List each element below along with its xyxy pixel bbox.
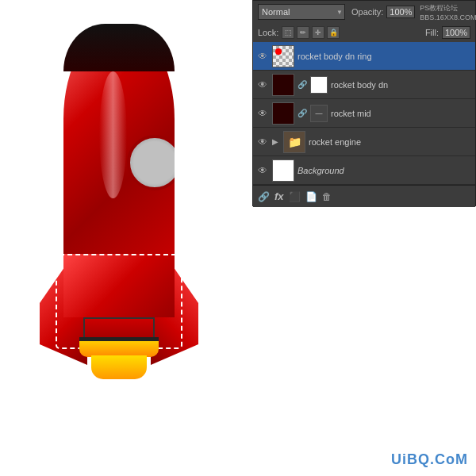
link-icon-1: 🔗 bbox=[298, 80, 307, 89]
link-layers-icon[interactable]: 🔗 bbox=[258, 191, 270, 202]
new-layer-icon[interactable]: 📄 bbox=[305, 191, 317, 202]
visibility-icon-1[interactable]: 👁 bbox=[256, 79, 269, 91]
rocket-window bbox=[127, 135, 175, 190]
lock-image-btn[interactable]: ✏ bbox=[297, 26, 309, 39]
visibility-icon-2[interactable]: 👁 bbox=[256, 107, 269, 120]
fill-label: Fill: bbox=[425, 28, 439, 37]
group-arrow-icon-3[interactable]: ▶ bbox=[272, 137, 280, 146]
visibility-icon-4[interactable]: 👁 bbox=[256, 164, 269, 177]
watermark-text: UiBQ.CoM bbox=[391, 451, 468, 468]
layers-list: 👁 rocket body dn ring 👁 🔗 rocket body dn… bbox=[253, 42, 475, 185]
rocket-tip bbox=[63, 24, 175, 71]
darkred-thumb bbox=[273, 75, 294, 95]
mask-thumb-1 bbox=[310, 76, 328, 94]
darkred-thumb2 bbox=[273, 103, 294, 124]
lock-label: Lock: bbox=[258, 28, 278, 37]
opacity-input[interactable] bbox=[386, 6, 415, 18]
layer-name-1: rocket body dn bbox=[331, 80, 472, 90]
lock-all-btn[interactable]: 🔒 bbox=[327, 26, 340, 39]
layer-name-4: Background bbox=[298, 166, 472, 175]
layer-row-0[interactable]: 👁 rocket body dn ring bbox=[253, 42, 475, 71]
mask-thumb-2: — bbox=[310, 105, 328, 122]
layer-thumb-4 bbox=[272, 159, 294, 182]
blend-mode-select[interactable]: Normal bbox=[258, 4, 345, 20]
layer-fx-icon[interactable]: fx bbox=[274, 190, 284, 202]
layers-panel: Normal ▼ Opacity: PS教程论坛BBS.16XX8.COM Lo… bbox=[252, 0, 476, 206]
lock-position-btn[interactable]: ✛ bbox=[312, 26, 324, 39]
checker-bg bbox=[273, 46, 294, 67]
rocket-flame-ring bbox=[79, 341, 159, 357]
layer-name-3: rocket engine bbox=[309, 137, 472, 147]
rocket-highlight bbox=[99, 71, 127, 198]
blend-mode-wrapper: Normal ▼ bbox=[258, 4, 345, 20]
fill-input[interactable] bbox=[442, 26, 470, 39]
layer-name-0: rocket body dn ring bbox=[298, 52, 472, 61]
lock-icons: ⬚ ✏ ✛ 🔒 bbox=[282, 26, 340, 39]
layer-thumb-3: 📁 bbox=[283, 131, 305, 153]
layer-row-4[interactable]: 👁 Background bbox=[253, 156, 475, 185]
rocket-canvas bbox=[0, 0, 254, 476]
lock-transparent-btn[interactable]: ⬚ bbox=[282, 26, 294, 39]
layer-row-3[interactable]: 👁 ▶ 📁 rocket engine bbox=[253, 128, 475, 156]
layer-thumb-2 bbox=[272, 102, 294, 125]
layer-row-2[interactable]: 👁 🔗 — rocket mid bbox=[253, 99, 475, 128]
layer-name-2: rocket mid bbox=[331, 109, 472, 118]
ps-topbar: Normal ▼ Opacity: PS教程论坛BBS.16XX8.COM bbox=[253, 1, 475, 23]
layer-thumb-0 bbox=[272, 45, 294, 67]
link-icon-2: 🔗 bbox=[298, 109, 307, 117]
rocket bbox=[40, 24, 198, 468]
ps-bottombar: 🔗 fx ⬛ 📄 🗑 bbox=[253, 185, 475, 207]
ps-watermark-text: PS教程论坛BBS.16XX8.COM bbox=[420, 3, 476, 21]
opacity-label: Opacity: bbox=[351, 7, 383, 17]
mask-white bbox=[311, 77, 327, 93]
layer-row-1[interactable]: 👁 🔗 rocket body dn bbox=[253, 71, 475, 99]
delete-layer-icon[interactable]: 🗑 bbox=[322, 191, 332, 202]
ps-lockbar: Lock: ⬚ ✏ ✛ 🔒 Fill: bbox=[253, 23, 475, 42]
visibility-icon-0[interactable]: 👁 bbox=[256, 50, 269, 63]
layer-thumb-1 bbox=[272, 74, 294, 96]
visibility-icon-3[interactable]: 👁 bbox=[256, 136, 269, 148]
new-fill-layer-icon[interactable]: ⬛ bbox=[289, 191, 301, 202]
white-thumb bbox=[273, 160, 294, 181]
rocket-nozzle bbox=[91, 355, 147, 379]
